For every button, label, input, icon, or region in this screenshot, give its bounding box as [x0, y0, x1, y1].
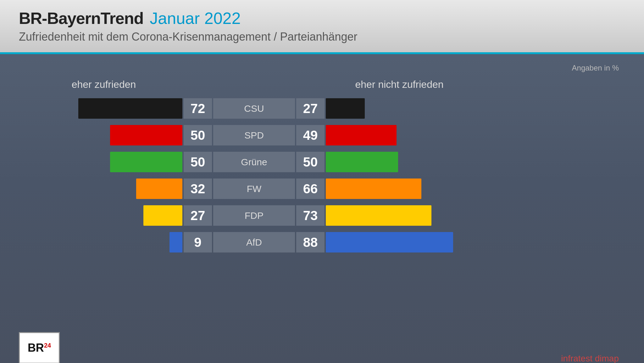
header-date: Januar 2022: [150, 9, 241, 28]
chart-row: 9 AfD 88: [25, 230, 619, 254]
infratest-text: infratest dimap: [561, 354, 619, 363]
bar-right-container: [326, 98, 483, 119]
left-column-header: eher zufrieden: [25, 79, 182, 90]
bar-left-container: [25, 152, 182, 172]
infratest-label: infratest dimap: [561, 354, 619, 363]
angaben-label: Angaben in %: [25, 64, 619, 72]
bar-left-container: [25, 179, 182, 199]
bar-right-container: [326, 179, 483, 199]
value-right-afd: 88: [296, 232, 325, 252]
party-label-csu: CSU: [213, 98, 295, 119]
party-label-fw: FW: [213, 179, 295, 199]
chart-row: 27 FDP 73: [25, 204, 619, 227]
chart-row: 72 CSU 27: [25, 97, 619, 120]
bar-right-fdp: [326, 205, 431, 226]
bar-left-csu: [78, 98, 182, 119]
bar-right-container: [326, 125, 483, 145]
column-headers: eher zufrieden eher nicht zufrieden: [25, 79, 619, 90]
bar-right-container: [326, 232, 483, 252]
value-left-afd: 9: [184, 232, 212, 252]
value-right-spd: 49: [296, 125, 325, 145]
main-content: Angaben in % eher zufrieden eher nicht z…: [0, 54, 644, 363]
chart-row: 32 FW 66: [25, 177, 619, 201]
header: BR-BayernTrend Januar 2022 Zufriedenheit…: [0, 0, 644, 54]
party-label-spd: SPD: [213, 125, 295, 145]
bar-left-container: [25, 232, 182, 252]
bar-left-container: [25, 205, 182, 226]
bar-right-csu: [326, 98, 365, 119]
header-title: BR-BayernTrend Januar 2022: [19, 9, 625, 28]
logo-text: BR24: [28, 341, 51, 354]
brand-title: BR-BayernTrend: [19, 9, 143, 28]
value-left-csu: 72: [184, 98, 212, 119]
header-subtitle: Zufriedenheit mit dem Corona-Krisenmanag…: [19, 30, 625, 43]
value-right-fw: 66: [296, 179, 325, 199]
bar-left-spd: [110, 125, 182, 145]
bar-right-afd: [326, 232, 453, 252]
bar-right-grüne: [326, 152, 398, 172]
bar-right-container: [326, 152, 483, 172]
bar-right-container: [326, 205, 483, 226]
bar-left-container: [25, 125, 182, 145]
logo-sup: 24: [44, 342, 51, 349]
value-right-csu: 27: [296, 98, 325, 119]
bar-left-fw: [136, 179, 182, 199]
bar-right-spd: [326, 125, 397, 145]
chart-row: 50 Grüne 50: [25, 150, 619, 174]
value-left-fw: 32: [184, 179, 212, 199]
value-left-grüne: 50: [184, 152, 212, 172]
party-label-afd: AfD: [213, 232, 295, 252]
bar-left-fdp: [143, 205, 182, 226]
party-label-grüne: Grüne: [213, 152, 295, 172]
bar-left-grüne: [110, 152, 182, 172]
bar-left-afd: [169, 232, 182, 252]
value-left-fdp: 27: [184, 205, 212, 226]
value-left-spd: 50: [184, 125, 212, 145]
party-label-fdp: FDP: [213, 205, 295, 226]
chart-container: eher zufrieden eher nicht zufrieden 72 C…: [25, 79, 619, 257]
chart-row: 50 SPD 49: [25, 123, 619, 147]
bar-right-fw: [326, 179, 421, 199]
right-column-header: eher nicht zufrieden: [321, 79, 478, 90]
br24-logo: BR24: [19, 332, 60, 363]
value-right-fdp: 73: [296, 205, 325, 226]
chart-rows: 72 CSU 27 50 SPD 49 50 Grüne 50: [25, 97, 619, 257]
value-right-grüne: 50: [296, 152, 325, 172]
bar-left-container: [25, 98, 182, 119]
